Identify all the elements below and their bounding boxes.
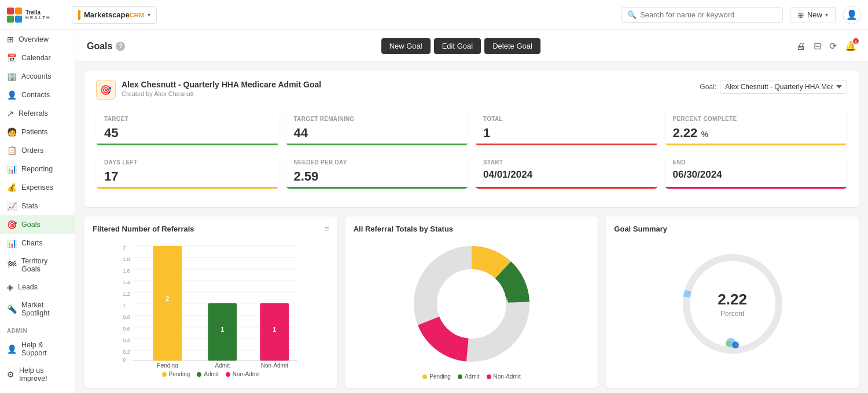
svg-text:1.4: 1.4 bbox=[123, 280, 130, 285]
main-content: Goals ? New Goal Edit Goal Delete Goal 🖨… bbox=[75, 30, 868, 393]
download-icon[interactable]: ⊟ bbox=[814, 41, 821, 52]
reporting-icon: 📊 bbox=[7, 164, 17, 174]
sidebar-item-reporting[interactable]: 📊 Reporting bbox=[0, 160, 75, 178]
donut-legend-admit: Admit bbox=[458, 373, 480, 380]
sidebar-item-patients[interactable]: 🧑 Patients bbox=[0, 123, 75, 141]
goal-selector-dropdown[interactable]: Alex Chesnutt - Quarterly HHA Medica... bbox=[720, 80, 847, 94]
stat-start-bar bbox=[475, 187, 658, 189]
sidebar-item-label: Goals bbox=[21, 221, 41, 229]
new-label: New bbox=[807, 10, 822, 19]
help-icon[interactable]: ? bbox=[116, 42, 125, 51]
logo-area: Trella HEALTH bbox=[7, 8, 65, 23]
stat-end-bar bbox=[665, 187, 848, 189]
stat-needed-per-day-label: NEEDED PER DAY bbox=[294, 159, 461, 166]
layout: ⊞ Overview 📅 Calendar 🏢 Accounts 👤 Conta… bbox=[0, 30, 868, 393]
sidebar-item-stats[interactable]: 📈 Stats bbox=[0, 197, 75, 215]
new-button[interactable]: ⊕ New ▾ bbox=[790, 7, 836, 23]
stat-days-left-bar bbox=[96, 187, 279, 189]
svg-text:41.7%: 41.7% bbox=[453, 328, 469, 334]
bar-pending[interactable] bbox=[153, 246, 182, 361]
goal-summary-card: Goal Summary bbox=[606, 216, 859, 388]
chart-menu-icon[interactable]: ≡ bbox=[325, 225, 329, 233]
sidebar-item-charts[interactable]: 📊 Charts bbox=[0, 234, 75, 252]
notifications-button[interactable]: 🔔 1 bbox=[845, 41, 856, 52]
sidebar-item-settings[interactable]: ⚙ Settings bbox=[0, 387, 75, 393]
sidebar-item-contacts[interactable]: 👤 Contacts bbox=[0, 86, 75, 104]
app-selector[interactable]: MarketscapeCRM ▾ bbox=[72, 6, 157, 24]
svg-text:0.2: 0.2 bbox=[123, 349, 130, 355]
goal-summary-title: Goal Summary bbox=[614, 225, 851, 233]
gauge-area: 2.22 Percent bbox=[614, 240, 851, 356]
sidebar-item-market-spotlight[interactable]: 🔦 Market Spotlight bbox=[0, 296, 75, 322]
goal-type-icon: 🎯 bbox=[100, 85, 112, 96]
goals-header: Goals ? New Goal Edit Goal Delete Goal 🖨… bbox=[75, 30, 868, 61]
history-icon[interactable]: ⟳ bbox=[829, 41, 837, 52]
logo-icon bbox=[7, 8, 22, 23]
print-icon[interactable]: 🖨 bbox=[796, 41, 806, 52]
gauge-circle: 2.22 Percent bbox=[681, 252, 785, 356]
stat-needed-per-day: NEEDED PER DAY 2.59 bbox=[286, 152, 469, 189]
overview-icon: ⊞ bbox=[7, 35, 14, 44]
sidebar-item-accounts[interactable]: 🏢 Accounts bbox=[0, 67, 75, 86]
sidebar-item-referrals[interactable]: ↗ Referrals bbox=[0, 104, 75, 123]
sidebar-item-territory-goals[interactable]: 🏁 Territory Goals bbox=[0, 252, 75, 278]
logo-dot-red bbox=[7, 8, 14, 14]
stat-target: TARGET 45 bbox=[96, 109, 279, 145]
market-spotlight-icon: 🔦 bbox=[7, 304, 17, 314]
logo-dot-orange bbox=[15, 8, 22, 14]
goals-title-row: Goals ? bbox=[87, 41, 125, 52]
search-input[interactable] bbox=[640, 10, 777, 19]
stat-total-bar bbox=[475, 144, 658, 145]
stat-target-bar bbox=[96, 144, 279, 145]
territory-goals-icon: 🏁 bbox=[7, 260, 17, 270]
new-chevron-icon: ▾ bbox=[825, 12, 828, 18]
sidebar-item-label: Territory Goals bbox=[21, 257, 68, 273]
svg-text:Pending: Pending bbox=[157, 362, 178, 368]
logo-text: Trella HEALTH bbox=[25, 9, 51, 21]
goal-icon-box: 🎯 bbox=[96, 80, 116, 100]
bar-chart-legend: Pending Admit Non-Admit bbox=[93, 371, 329, 377]
sidebar-item-goals[interactable]: 🎯 Goals bbox=[0, 215, 75, 234]
sidebar-item-overview[interactable]: ⊞ Overview bbox=[0, 30, 75, 49]
sidebar-item-label: Reporting bbox=[21, 165, 53, 173]
donut-label-non-admit: Non-Admit bbox=[494, 373, 521, 380]
search-icon: 🔍 bbox=[627, 10, 637, 19]
sidebar-item-label: Expenses bbox=[21, 183, 53, 192]
leads-icon: ◈ bbox=[7, 282, 13, 292]
stat-days-left: DAYS LEFT 17 bbox=[96, 152, 279, 189]
sidebar-item-leads[interactable]: ◈ Leads bbox=[0, 278, 75, 296]
svg-text:0.4: 0.4 bbox=[123, 337, 130, 343]
sidebar-item-orders[interactable]: 📋 Orders bbox=[0, 141, 75, 160]
orders-icon: 📋 bbox=[7, 146, 17, 155]
sidebar-item-help-improve[interactable]: ⚙ Help us Improve! bbox=[0, 362, 75, 387]
svg-text:30.0%: 30.0% bbox=[492, 297, 508, 304]
stat-total-value: 1 bbox=[483, 126, 650, 141]
user-icon: 👤 bbox=[846, 9, 858, 20]
sidebar-item-label: Stats bbox=[21, 202, 38, 210]
charts-section: ≡ Filtered Number of Referrals 2 1.8 1.6… bbox=[84, 216, 859, 388]
gauge-mini-icon bbox=[724, 335, 741, 350]
notification-badge: 1 bbox=[853, 38, 859, 44]
donut-legend: Pending Admit Non-Admit bbox=[354, 373, 590, 380]
user-button[interactable]: 👤 bbox=[843, 6, 861, 24]
legend-dot-admit bbox=[197, 372, 201, 377]
contacts-icon: 👤 bbox=[7, 90, 17, 100]
app-bar-icon bbox=[78, 10, 80, 20]
edit-goal-button[interactable]: Edit Goal bbox=[434, 38, 481, 54]
gauge-number: 2.22 bbox=[718, 291, 747, 308]
stats-grid-row2: DAYS LEFT 17 NEEDED PER DAY 2.59 START 0… bbox=[96, 152, 847, 189]
sidebar-item-expenses[interactable]: 💰 Expenses bbox=[0, 178, 75, 197]
new-goal-button[interactable]: New Goal bbox=[381, 38, 431, 54]
expenses-icon: 💰 bbox=[7, 183, 17, 192]
stat-total-label: TOTAL bbox=[483, 116, 650, 122]
sidebar-item-label: Contacts bbox=[21, 91, 50, 99]
gauge-label: Percent bbox=[718, 310, 747, 318]
sidebar-item-calendar[interactable]: 📅 Calendar bbox=[0, 49, 75, 67]
bar-chart-title: ≡ Filtered Number of Referrals bbox=[93, 225, 329, 233]
search-bar[interactable]: 🔍 bbox=[621, 7, 783, 23]
delete-goal-button[interactable]: Delete Goal bbox=[484, 38, 540, 54]
legend-dot-pending bbox=[162, 372, 167, 377]
sidebar-item-label: Overview bbox=[19, 35, 49, 43]
stat-percent-complete: PERCENT COMPLETE 2.22 % bbox=[665, 109, 848, 145]
sidebar-item-help-support[interactable]: 👤 Help & Support bbox=[0, 336, 75, 362]
